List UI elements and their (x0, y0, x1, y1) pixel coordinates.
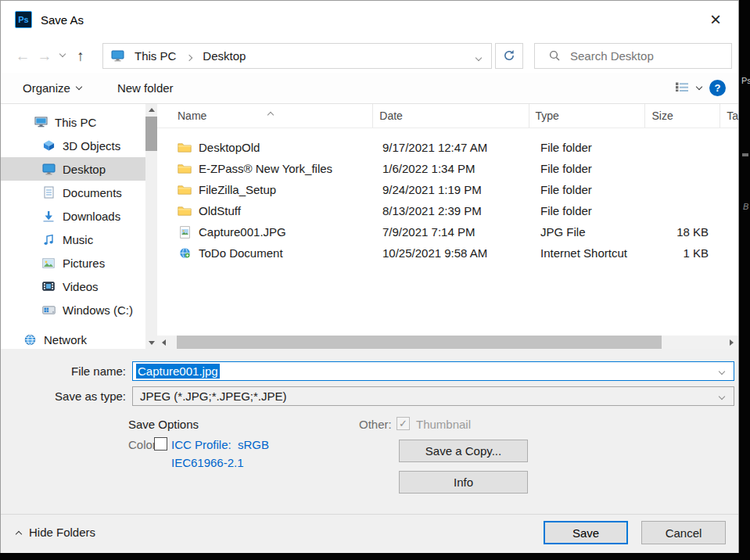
file-name: DesktopOld (199, 141, 260, 154)
list-view-icon (675, 81, 689, 92)
scrollbar-thumb[interactable] (145, 117, 157, 151)
organize-menu-button[interactable]: Organize (23, 81, 81, 95)
recent-locations-chevron-icon[interactable] (56, 55, 70, 56)
file-name: E-ZPass® New York_files (199, 162, 332, 175)
background-app-strip: Ps B (740, 0, 750, 560)
cancel-button[interactable]: Cancel (641, 521, 726, 544)
file-type: File folder (534, 204, 652, 217)
save-a-copy-button[interactable]: Save a Copy... (399, 440, 528, 462)
sidebar-item-music[interactable]: Music (1, 228, 145, 251)
search-input[interactable] (570, 49, 731, 63)
file-date: 10/25/2021 9:58 AM (376, 246, 534, 260)
search-icon (549, 50, 560, 61)
sidebar-item-videos[interactable]: Videos (1, 275, 145, 298)
sidebar-item-label: Documents (63, 186, 122, 199)
sidebar-item-this-pc[interactable]: This PC (1, 110, 145, 134)
hide-folders-button[interactable]: Hide Folders (16, 526, 95, 539)
scroll-up-icon[interactable] (145, 104, 157, 116)
file-row[interactable]: DesktopOld 9/17/2021 12:47 AM File folde… (157, 137, 738, 158)
file-row[interactable]: OldStuff 8/13/2021 2:39 PM File folder (157, 200, 738, 221)
close-button[interactable]: × (704, 9, 727, 31)
sidebar-item-network[interactable]: Network (1, 328, 145, 349)
hide-folders-label: Hide Folders (29, 526, 95, 539)
file-row[interactable]: FileZilla_Setup 9/24/2021 1:19 PM File f… (157, 179, 738, 200)
sidebar-item-3d-objects[interactable]: 3D Objects (1, 134, 145, 157)
file-name-label: File name: (1, 361, 126, 381)
icc-profile-checkbox[interactable] (154, 437, 167, 451)
image-file-icon (178, 226, 192, 239)
sidebar-item-pictures[interactable]: Pictures (1, 251, 145, 275)
file-type: File folder (534, 162, 652, 175)
column-header-name[interactable]: Name (157, 104, 373, 127)
drive-icon (41, 306, 56, 314)
file-row[interactable]: E-ZPass® New York_files 1/6/2022 1:34 PM… (157, 158, 738, 179)
window-title: Save As (41, 13, 84, 27)
sidebar-item-downloads[interactable]: Downloads (1, 204, 145, 228)
file-name-input[interactable]: Capture001.jpg (132, 361, 734, 381)
file-name-dropdown-chevron-icon[interactable] (719, 363, 724, 376)
sidebar-item-windows-c[interactable]: Windows (C:) (1, 298, 145, 321)
collapse-chevron-icon (16, 530, 22, 537)
file-date: 1/6/2022 1:34 PM (376, 162, 534, 175)
sidebar-item-label: Desktop (63, 163, 106, 176)
column-headers: Name Date Type Size Ta (157, 104, 738, 128)
back-icon[interactable]: ← (12, 43, 34, 69)
new-folder-button[interactable]: New folder (117, 81, 174, 95)
organize-dropdown-chevron-icon (76, 83, 82, 89)
sidebar-item-label: Downloads (63, 210, 120, 223)
file-list-scrollbar[interactable] (157, 336, 738, 349)
refresh-button[interactable] (495, 43, 523, 69)
change-view-button[interactable] (675, 81, 689, 95)
folder-icon (178, 206, 192, 217)
forward-icon[interactable]: → (34, 43, 56, 69)
sidebar-scrollbar[interactable] (145, 104, 157, 349)
save-as-type-chevron-icon[interactable] (719, 388, 724, 401)
file-rows: DesktopOld 9/17/2021 12:47 AM File folde… (157, 128, 738, 264)
background-ps-text: Ps (741, 76, 750, 85)
address-bar[interactable]: This PC Desktop (102, 43, 492, 69)
3d-objects-icon (41, 139, 56, 152)
save-as-dialog: Ps Save As × ← → ↑ This PC Desktop (0, 0, 739, 553)
column-header-size[interactable]: Size (645, 104, 720, 127)
icc-profile-text-line1: ICC Profile: sRGB (171, 438, 269, 451)
sidebar-item-label: This PC (55, 116, 96, 129)
scroll-right-icon[interactable] (725, 336, 738, 349)
sidebar-item-desktop[interactable]: Desktop (1, 157, 145, 181)
thumbnail-checkbox[interactable]: ✓ (397, 417, 410, 430)
column-header-type[interactable]: Type (529, 104, 646, 127)
music-icon (41, 234, 56, 246)
save-button[interactable]: Save (544, 521, 628, 544)
file-date: 9/24/2021 1:19 PM (376, 183, 534, 196)
breadcrumb-desktop[interactable]: Desktop (203, 49, 246, 63)
info-button[interactable]: Info (399, 471, 528, 494)
save-form: File name: Capture001.jpg Save as type: … (1, 349, 738, 514)
background-bottom-strip (0, 553, 740, 560)
file-row[interactable]: ToDo Document 10/25/2021 9:58 AM Interne… (157, 242, 738, 264)
other-label: Other: (359, 418, 392, 431)
file-name: OldStuff (199, 204, 241, 217)
folder-icon (178, 163, 192, 174)
folder-icon (178, 142, 192, 153)
save-as-type-dropdown[interactable]: JPEG (*.JPG;*.JPEG;*.JPE) (132, 386, 734, 406)
sidebar-item-label: 3D Objects (63, 139, 120, 153)
column-header-tags[interactable]: Ta (720, 104, 738, 127)
command-bar: Organize New folder ? (1, 73, 738, 104)
column-header-date[interactable]: Date (373, 104, 529, 127)
scroll-down-icon[interactable] (145, 337, 157, 349)
up-icon[interactable]: ↑ (70, 43, 92, 69)
file-name-selected-text: Capture001.jpg (136, 364, 220, 379)
desktop-location-icon (109, 50, 125, 62)
documents-icon (41, 186, 56, 199)
help-button[interactable]: ? (709, 80, 726, 96)
breadcrumb-this-pc[interactable]: This PC (135, 49, 176, 63)
view-dropdown-chevron-icon[interactable] (696, 83, 702, 89)
sidebar-item-label: Network (44, 333, 87, 346)
file-row[interactable]: Capture001.JPG 7/9/2021 7:14 PM JPG File… (157, 221, 738, 242)
address-dropdown-chevron-icon[interactable] (476, 49, 481, 63)
sidebar-item-documents[interactable]: Documents (1, 181, 145, 204)
file-date: 8/13/2021 2:39 PM (376, 204, 534, 217)
sidebar-item-label: Music (63, 233, 93, 246)
search-box[interactable] (534, 43, 732, 69)
scrollbar-thumb[interactable] (177, 336, 662, 349)
scroll-left-icon[interactable] (157, 336, 170, 349)
